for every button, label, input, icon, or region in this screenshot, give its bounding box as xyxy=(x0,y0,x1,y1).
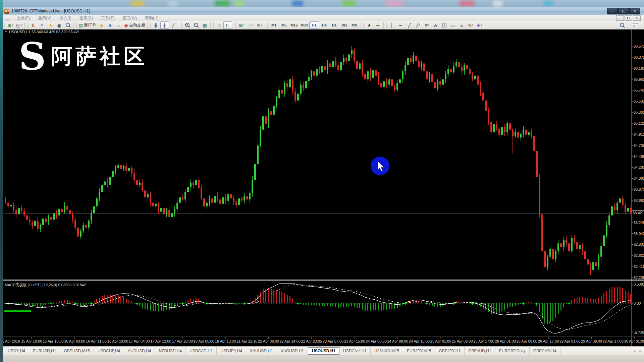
text-button[interactable]: A xyxy=(431,21,440,29)
tab-gbpaud-h1[interactable]: GBPAUD,H1 xyxy=(465,347,495,355)
auto-scroll-button[interactable]: ⇉ xyxy=(215,21,223,29)
tab-usousd-h1[interactable]: USOUSD,H1 xyxy=(308,347,339,355)
tab-eurusd-h1[interactable]: EURUSD,H1 xyxy=(29,347,60,355)
timeframe-m1[interactable]: M1 xyxy=(269,21,279,29)
tab-gbpjpy-h1[interactable]: GBPJPY,H1 xyxy=(435,347,465,355)
timeframe-mn[interactable]: MN xyxy=(350,21,360,29)
tab-xauusd-h1[interactable]: XAUUSD,H1 xyxy=(246,347,277,355)
toolbar-grip[interactable] xyxy=(213,22,214,28)
tab-usdchf-h4[interactable]: USDCHF,H4 xyxy=(94,347,124,355)
child-minimize-button[interactable]: – xyxy=(616,15,624,21)
data-window-button[interactable]: ⌖ xyxy=(38,21,46,29)
trendline-button[interactable]: ╱ xyxy=(405,21,414,29)
bar-chart-button[interactable]: ╫ xyxy=(152,21,160,29)
search-button[interactable] xyxy=(618,21,627,29)
terminal-button[interactable]: ▣ xyxy=(55,21,64,29)
label-button[interactable]: T xyxy=(440,21,449,29)
toolbar-grip[interactable] xyxy=(386,22,387,28)
autotrade-button[interactable]: ◉自动交易 xyxy=(123,21,146,29)
toolbar-grip[interactable] xyxy=(76,22,77,28)
menu-item-1[interactable]: 显示(V) xyxy=(34,15,55,21)
fibonacci-button[interactable]: ≡F xyxy=(423,21,431,29)
periods-button[interactable]: ◔▾ xyxy=(246,21,255,29)
toolbar-grip[interactable] xyxy=(27,22,28,28)
candle-body xyxy=(147,194,149,197)
menu-item-2[interactable]: 插入(I) xyxy=(55,15,75,21)
candle-body xyxy=(600,246,602,257)
candle-body xyxy=(276,98,277,106)
metaeditor-button[interactable]: ◆ xyxy=(97,21,106,29)
toolbar-grip[interactable] xyxy=(181,22,182,28)
zoom-out-button[interactable]: − xyxy=(192,21,201,29)
window-title: 1066728: CPTMarkets-Live - [USOUSD,H1] xyxy=(11,9,90,13)
candle-body xyxy=(48,217,49,222)
toolbar-grip[interactable] xyxy=(150,22,151,28)
timeframe-d1[interactable]: D1 xyxy=(329,21,339,29)
toolbar-grip[interactable] xyxy=(235,22,236,28)
tab-gbpcad-h4[interactable]: GBPCAD,H4 xyxy=(530,347,560,355)
candle-body xyxy=(525,130,527,135)
community-button[interactable]: ☻ xyxy=(106,21,114,29)
tester-button[interactable] xyxy=(64,21,72,29)
toolbar-grip[interactable] xyxy=(4,22,5,28)
crosshair-button[interactable]: ┼ xyxy=(374,21,382,29)
tab-usdx-h4[interactable]: USDX,H4 xyxy=(4,347,29,355)
zoom-in-button[interactable]: + xyxy=(183,21,192,29)
tab-scroll-right-button[interactable]: ► xyxy=(638,349,643,353)
timeframe-m15[interactable]: M15 xyxy=(289,21,299,29)
menu-item-5[interactable]: 窗口(W) xyxy=(118,15,141,21)
triangle-button[interactable]: ▲ xyxy=(458,21,466,29)
candlestick-button[interactable]: ╪ xyxy=(160,21,169,29)
tab-xagusd-h1[interactable]: XAGUSD,H1 xyxy=(277,347,308,355)
tab-eurgbp-daily[interactable]: EURGBP,Daily xyxy=(495,347,530,355)
chart-shift-button[interactable]: ⇇ xyxy=(223,21,232,29)
toolbar-grip[interactable] xyxy=(363,22,364,28)
child-restore-button[interactable] xyxy=(625,15,632,21)
timeframe-m30[interactable]: M30 xyxy=(299,21,309,29)
tab-gbpusd-m15[interactable]: GBPUSD,M15 xyxy=(60,347,94,355)
navigator-button[interactable]: ★ xyxy=(46,21,55,29)
tile-windows-button[interactable]: ▦ xyxy=(201,21,209,29)
tab-usdjpy-h4[interactable]: USDJPY,H4 xyxy=(217,347,246,355)
sound-button[interactable]: ♪ xyxy=(114,21,123,29)
candle-body xyxy=(61,209,63,212)
minimize-button[interactable]: – xyxy=(607,8,618,14)
cursor-button[interactable]: ➤ xyxy=(365,21,374,29)
menu-item-6[interactable]: 帮助(H) xyxy=(141,15,163,21)
vline-button[interactable]: │ xyxy=(388,21,396,29)
hline-button[interactable]: ─ xyxy=(396,21,405,29)
menu-item-4[interactable]: 工具(T) xyxy=(97,15,118,21)
new-chart-button[interactable]: ⊞▾ xyxy=(6,21,15,29)
new-order-button[interactable]: ▤新订单 xyxy=(78,21,97,29)
tab-usdcad-h1[interactable]: USDCAD,H1 xyxy=(186,347,217,355)
rectangle-button[interactable]: ▭ xyxy=(449,21,458,29)
candle-body xyxy=(244,196,245,201)
market-watch-button[interactable]: ⇅ xyxy=(29,21,38,29)
tab-eurjpy-m15[interactable]: EURJPY,M15 xyxy=(403,347,435,355)
timeframe-h4[interactable]: H4 xyxy=(319,21,329,29)
templates-button[interactable]: ≋▾ xyxy=(255,21,264,29)
timeframe-h1[interactable]: H1 xyxy=(309,21,319,29)
candle-body xyxy=(447,69,449,74)
toolbar-grip[interactable] xyxy=(267,22,268,28)
chat-button[interactable] xyxy=(631,21,640,29)
restore-button[interactable] xyxy=(618,8,629,14)
profiles-button[interactable]: ◱▾ xyxy=(15,21,23,29)
arrows-button[interactable]: ✚▾ xyxy=(475,21,484,29)
candle-body xyxy=(120,165,122,170)
line-chart-button[interactable]: ╱ xyxy=(169,21,178,29)
tab-scroll-left-button[interactable]: ◄ xyxy=(632,349,637,353)
timeframe-w1[interactable]: W1 xyxy=(339,21,350,29)
menu-item-0[interactable]: 文件(F) xyxy=(13,15,34,21)
tab-nzdusd-h4[interactable]: NZDUSD,H4 xyxy=(155,347,186,355)
tab-h33hkd-m15[interactable]: H33HKD,M15 xyxy=(371,347,403,355)
tab-audusd-h4[interactable]: AUDUSD,H4 xyxy=(124,347,155,355)
channel-button[interactable]: ╱E xyxy=(414,21,423,29)
tab-usdcnh-h1[interactable]: USDCNH,H1 xyxy=(339,347,371,355)
fibo-channel-button[interactable]: ∿F xyxy=(466,21,475,29)
child-close-button[interactable]: ✕ xyxy=(633,15,641,21)
menu-item-3[interactable]: 图表(C) xyxy=(75,15,97,21)
close-button[interactable]: ✕ xyxy=(629,8,640,14)
timeframe-m5[interactable]: M5 xyxy=(279,21,289,29)
indicators-button[interactable]: ⊞▾ xyxy=(237,21,246,29)
